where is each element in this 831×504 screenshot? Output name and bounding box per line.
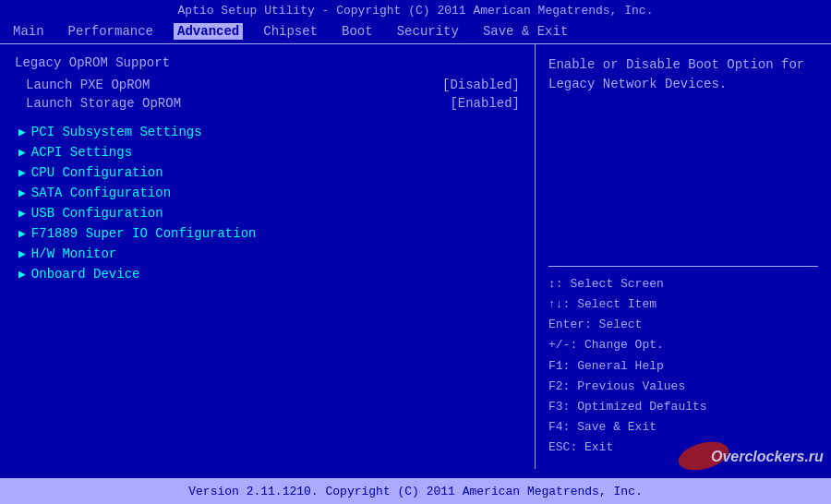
menu-item-main[interactable]: Main [9, 23, 48, 40]
key-help-line: F3: Optimized Defaults [548, 397, 818, 417]
entries-container: ▶PCI Subsystem Settings▶ACPI Settings▶CP… [15, 122, 520, 284]
key-help-line: F4: Save & Exit [548, 417, 818, 438]
menu-item-save-and-exit[interactable]: Save & Exit [479, 23, 572, 40]
menu-entry-h/w-monitor[interactable]: ▶H/W Monitor [15, 244, 520, 264]
menu-item-chipset[interactable]: Chipset [259, 23, 321, 40]
menu-entry-pci-subsystem-settings[interactable]: ▶PCI Subsystem Settings [15, 122, 520, 142]
entry-label: Onboard Device [31, 267, 140, 282]
entry-arrow-icon: ▶ [18, 246, 26, 261]
title-bar: Aptio Setup Utility - Copyright (C) 2011… [0, 0, 831, 21]
menu-entry-f71889-super-io-configuration[interactable]: ▶F71889 Super IO Configuration [15, 223, 520, 244]
menu-entry-onboard-device[interactable]: ▶Onboard Device [15, 264, 520, 284]
title-text: Aptio Setup Utility - Copyright (C) 2011… [178, 4, 654, 18]
footer-text: Version 2.11.1210. Copyright (C) 2011 Am… [188, 485, 642, 498]
menu-item-security[interactable]: Security [393, 23, 463, 40]
menu-entry-sata-configuration[interactable]: ▶SATA Configuration [15, 183, 520, 203]
entry-label: ACPI Settings [31, 145, 132, 160]
setting-label: Launch PXE OpROM [26, 78, 150, 92]
right-panel: Enable or Disable Boot Option for Legacy… [536, 44, 831, 469]
section-label: Legacy OpROM Support [15, 55, 520, 70]
entry-label: H/W Monitor [31, 246, 116, 261]
menu-bar: MainPerformanceAdvancedChipsetBootSecuri… [0, 21, 831, 44]
entry-arrow-icon: ▶ [18, 226, 26, 241]
settings-container: Launch PXE OpROM[Disabled]Launch Storage… [15, 76, 520, 113]
bottom-bar: Version 2.11.1210. Copyright (C) 2011 Am… [0, 478, 831, 504]
main-content: Legacy OpROM Support Launch PXE OpROM[Di… [0, 44, 831, 469]
key-help-line: Enter: Select [548, 315, 818, 335]
entry-arrow-icon: ▶ [18, 165, 26, 180]
key-help-line: ↑↓: Select Item [548, 294, 818, 315]
entry-label: SATA Configuration [31, 186, 171, 200]
entry-arrow-icon: ▶ [18, 267, 26, 282]
left-panel: Legacy OpROM Support Launch PXE OpROM[Di… [0, 44, 536, 469]
key-help-line: F1: General Help [548, 356, 818, 377]
setting-value: [Enabled] [450, 96, 520, 111]
key-help: ↕: Select Screen↑↓: Select ItemEnter: Se… [548, 266, 818, 458]
setting-row[interactable]: Launch PXE OpROM[Disabled] [15, 76, 520, 94]
key-help-line: ↕: Select Screen [548, 274, 818, 294]
setting-label: Launch Storage OpROM [26, 96, 181, 111]
menu-entry-usb-configuration[interactable]: ▶USB Configuration [15, 203, 520, 223]
watermark: Overclockers.ru [676, 436, 824, 476]
menu-item-advanced[interactable]: Advanced [174, 23, 243, 40]
entry-arrow-icon: ▶ [18, 145, 26, 160]
entry-arrow-icon: ▶ [18, 125, 26, 139]
entry-label: F71889 Super IO Configuration [31, 226, 257, 241]
entry-label: CPU Configuration [31, 165, 163, 180]
setting-row[interactable]: Launch Storage OpROM[Enabled] [15, 94, 520, 113]
help-text: Enable or Disable Boot Option for Legacy… [548, 55, 818, 266]
entry-arrow-icon: ▶ [18, 186, 26, 200]
setting-value: [Disabled] [442, 78, 520, 92]
menu-item-boot[interactable]: Boot [338, 23, 377, 40]
entry-label: USB Configuration [31, 206, 163, 221]
menu-item-performance[interactable]: Performance [65, 23, 157, 40]
entry-label: PCI Subsystem Settings [31, 125, 202, 139]
entry-arrow-icon: ▶ [18, 206, 26, 221]
key-help-line: F2: Previous Values [548, 377, 818, 397]
key-help-line: +/-: Change Opt. [548, 335, 818, 355]
svg-text:Overclockers.ru: Overclockers.ru [711, 449, 824, 464]
menu-entry-acpi-settings[interactable]: ▶ACPI Settings [15, 142, 520, 162]
menu-entry-cpu-configuration[interactable]: ▶CPU Configuration [15, 162, 520, 183]
